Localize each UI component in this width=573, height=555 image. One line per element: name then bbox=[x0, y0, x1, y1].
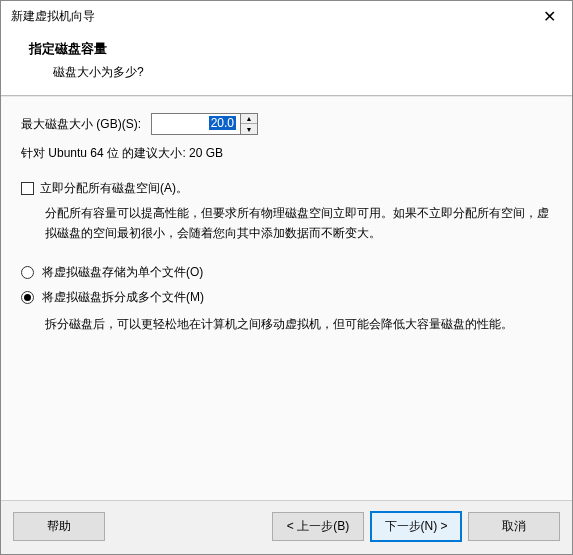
allocate-all-label: 立即分配所有磁盘空间(A)。 bbox=[40, 180, 188, 197]
store-single-radio[interactable] bbox=[21, 266, 34, 279]
max-size-label: 最大磁盘大小 (GB)(S): bbox=[21, 116, 141, 133]
store-single-label: 将虚拟磁盘存储为单个文件(O) bbox=[42, 264, 203, 281]
store-split-desc: 拆分磁盘后，可以更轻松地在计算机之间移动虚拟机，但可能会降低大容量磁盘的性能。 bbox=[21, 314, 552, 334]
max-size-input[interactable]: 20.0 bbox=[151, 113, 241, 135]
allocate-all-checkbox[interactable] bbox=[21, 182, 34, 195]
allocate-all-desc: 分配所有容量可以提高性能，但要求所有物理磁盘空间立即可用。如果不立即分配所有空间… bbox=[21, 203, 552, 244]
help-button[interactable]: 帮助 bbox=[13, 512, 105, 541]
cancel-button[interactable]: 取消 bbox=[468, 512, 560, 541]
spin-up-icon[interactable]: ▲ bbox=[241, 114, 257, 124]
window-title: 新建虚拟机向导 bbox=[11, 8, 95, 25]
size-spinner[interactable]: ▲ ▼ bbox=[241, 113, 258, 135]
next-button[interactable]: 下一步(N) > bbox=[370, 511, 462, 542]
recommended-size: 针对 Ubuntu 64 位 的建议大小: 20 GB bbox=[21, 145, 552, 162]
close-icon[interactable]: ✕ bbox=[537, 7, 562, 26]
page-question: 磁盘大小为多少? bbox=[29, 64, 552, 81]
spin-down-icon[interactable]: ▼ bbox=[241, 124, 257, 134]
store-split-radio[interactable] bbox=[21, 291, 34, 304]
store-split-label: 将虚拟磁盘拆分成多个文件(M) bbox=[42, 289, 204, 306]
page-title: 指定磁盘容量 bbox=[29, 40, 552, 58]
back-button[interactable]: < 上一步(B) bbox=[272, 512, 364, 541]
